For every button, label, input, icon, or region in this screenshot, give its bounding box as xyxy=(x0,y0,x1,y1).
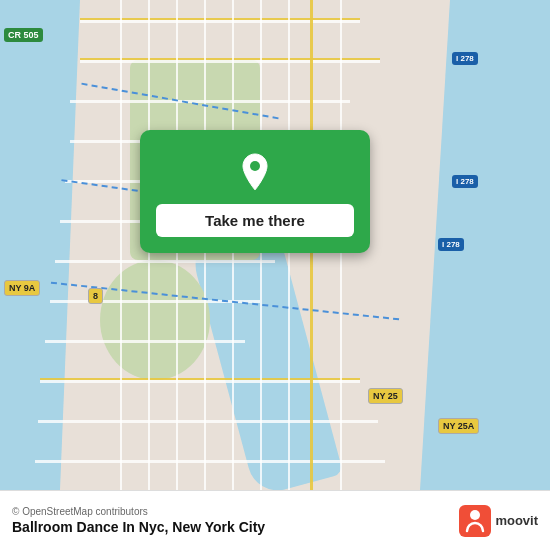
badge-ny25a: NY 25A xyxy=(438,418,479,434)
location-pin-icon xyxy=(233,150,277,194)
badge-ny25: NY 25 xyxy=(368,388,403,404)
badge-i278a: I 278 xyxy=(452,52,478,65)
badge-cr505: CR 505 xyxy=(4,28,43,42)
moovit-text: moovit xyxy=(495,513,538,528)
park-south xyxy=(100,260,210,380)
svg-rect-1 xyxy=(459,505,491,537)
svg-point-0 xyxy=(250,161,260,171)
water-left xyxy=(0,0,110,490)
road-h11 xyxy=(38,420,378,423)
bottom-left: © OpenStreetMap contributors Ballroom Da… xyxy=(12,506,265,535)
copyright-text: © OpenStreetMap contributors xyxy=(12,506,265,517)
moovit-icon xyxy=(459,505,491,537)
badge-8: 8 xyxy=(88,288,103,304)
badge-ny9a: NY 9A xyxy=(4,280,40,296)
location-title: Ballroom Dance In Nyc, New York City xyxy=(12,519,265,535)
road-h3 xyxy=(70,100,350,103)
svg-point-2 xyxy=(470,510,480,520)
road-yh1 xyxy=(80,18,360,20)
moovit-logo: moovit xyxy=(459,505,538,537)
road-h2 xyxy=(80,60,380,63)
road-v1 xyxy=(120,0,122,490)
road-yh2 xyxy=(80,58,380,60)
take-me-there-button[interactable]: Take me there xyxy=(156,204,354,237)
badge-i278b: I 278 xyxy=(452,175,478,188)
map-container: CR 505 NY 9A I 278 I 278 I 278 NY 25 NY … xyxy=(0,0,550,490)
road-h7 xyxy=(55,260,275,263)
bottom-bar: © OpenStreetMap contributors Ballroom Da… xyxy=(0,490,550,550)
road-h9 xyxy=(45,340,245,343)
road-h12 xyxy=(35,460,385,463)
badge-i278c: I 278 xyxy=(438,238,464,251)
popup-card: Take me there xyxy=(140,130,370,253)
road-h1 xyxy=(80,20,360,23)
